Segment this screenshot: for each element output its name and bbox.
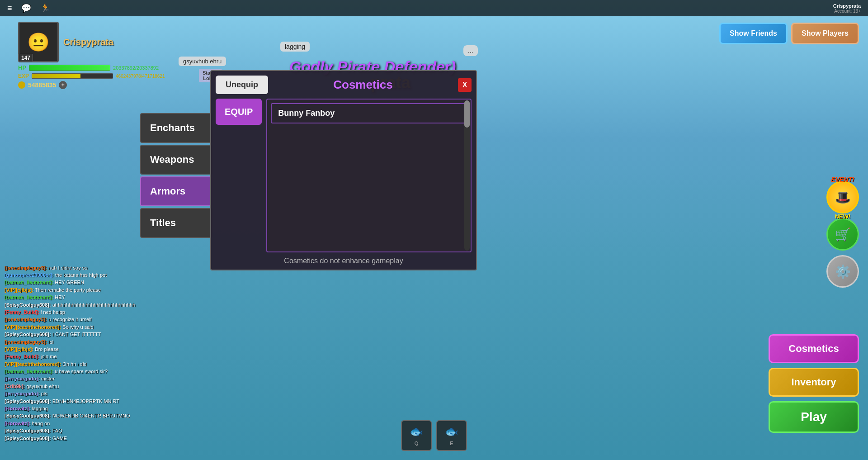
chat-line: [jerrysargado]: mister — [5, 375, 176, 382]
chat-line: [VIP][teachthehonored]: Oh hh i did — [5, 361, 176, 368]
hp-fill — [29, 65, 110, 71]
avatar-box: 😐 147 — [18, 22, 59, 62]
world-chat-bubble-lagging: lagging — [280, 42, 310, 52]
top-bar-account: Account: 13+ — [834, 9, 861, 14]
cart-icon: 🛒 — [835, 227, 851, 242]
panel-header: Unequip Cosmetics X — [216, 76, 472, 94]
chat-line: [jonesimpleguy3]: u recognize it urself — [5, 316, 176, 323]
event-button[interactable]: EVENT! 🎩 — [826, 181, 859, 213]
chat-line: [gunoopree20000cr]: the katana has high … — [5, 272, 176, 279]
chat-line: [batman_lieutenant]: u have spare sword … — [5, 368, 176, 375]
gold-amount: 54885835 — [28, 81, 56, 89]
exp-label: EXP — [18, 73, 29, 79]
exp-fill — [32, 74, 80, 78]
chat-line: [SpisyCoolguy608]: GAME — [5, 435, 176, 442]
quick-slot-e[interactable]: 🐟 E — [436, 420, 467, 451]
quick-slot-q[interactable]: 🐟 Q — [401, 420, 432, 451]
new-label: NEW! — [835, 213, 851, 220]
chat-line: [jonesimpleguy3]: nah I didnt say so — [5, 265, 176, 271]
chat-line: [Fenny_Build]: i ned helpp — [5, 309, 176, 316]
show-friends-button[interactable]: Show Friends — [719, 23, 788, 44]
quick-slot-e-icon: 🐟 — [445, 425, 458, 438]
cosmetics-main-button[interactable]: Cosmetics — [769, 334, 859, 363]
exp-bar — [32, 73, 113, 79]
chat-line: [VIP][cjibjs]: Bro please — [5, 346, 176, 353]
avatar-row: 😐 147 Crispyprata — [18, 22, 165, 62]
hp-text: 20337892/20337892 — [113, 65, 159, 71]
event-icon: 🎩 — [835, 190, 851, 205]
chat-line: [SpisyCoolguy608]: FAQ — [5, 427, 176, 434]
chat-line: [SpisyCoolguy608]: EDNHBN4EJOPRPTK MN RT — [5, 398, 176, 405]
add-gold-button[interactable]: + — [59, 81, 67, 89]
menu-icon[interactable]: ≡ — [7, 4, 12, 13]
hp-container: HP 20337892/20337892 — [18, 64, 165, 71]
armors-button[interactable]: Armors — [140, 176, 212, 206]
play-button[interactable]: Play — [769, 401, 859, 433]
panel-footer: Cosmetics do not enhance gameplay — [216, 257, 472, 265]
item-list[interactable]: Bunny Fanboy — [266, 99, 472, 252]
settings-button[interactable]: ⚙️ — [826, 255, 859, 288]
show-players-button[interactable]: Show Players — [791, 23, 859, 44]
scrollbar[interactable] — [464, 100, 470, 251]
left-menu: Enchants Weapons Armors Titles — [140, 113, 212, 240]
cart-button[interactable]: NEW! 🛒 — [826, 218, 859, 251]
chat-box: [jonesimpleguy3]: nah I didnt say so[gun… — [5, 265, 176, 442]
close-panel-button[interactable]: X — [458, 78, 472, 92]
right-btn-row: Show Friends Show Players — [719, 23, 859, 44]
event-label: EVENT! — [831, 176, 854, 183]
hp-bar — [29, 65, 110, 71]
chat-line: [SpisyCoolguy608]: I CANT GET ITTTTTT — [5, 331, 176, 338]
weapons-button[interactable]: Weapons — [140, 145, 212, 175]
inventory-button[interactable]: Inventory — [769, 368, 859, 397]
chat-line: [batman_lieutenant]: HEY — [5, 294, 176, 301]
chat-line: [jerrysargado]: pls — [5, 390, 176, 397]
scrollbar-thumb — [464, 100, 470, 128]
chat-line: [Fenny_Build]: join me — [5, 353, 176, 360]
panel-content: EQUIP Bunny Fanboy — [216, 99, 472, 252]
panel-title: Cosmetics — [268, 78, 458, 92]
player-name: Crispyprata — [63, 37, 113, 47]
quick-slot-q-icon: 🐟 — [410, 425, 423, 438]
exp-container: EXP 4602437978/471718621 — [18, 73, 165, 79]
right-icons: EVENT! 🎩 NEW! 🛒 ⚙️ — [826, 181, 859, 288]
character-icon[interactable]: 🏃 — [40, 3, 50, 13]
chat-icon[interactable]: 💬 — [21, 3, 31, 13]
bottom-right-buttons: Cosmetics Inventory Play — [769, 334, 859, 433]
exp-text: 4602437978/471718621 — [116, 74, 165, 79]
equip-button[interactable]: EQUIP — [216, 99, 262, 125]
gear-icon: ⚙️ — [835, 264, 851, 279]
chat-line: [SpisyCoolguy608]: ahhhhhhhhhhhhhhhhhhhh… — [5, 302, 176, 308]
quick-slot-e-key: E — [450, 441, 453, 446]
gold-row: 54885835 + — [18, 81, 165, 89]
world-chat-bubble-1: gsyuvhub ehru — [179, 57, 226, 66]
chat-line: [Horowitz]: lagging — [5, 405, 176, 412]
item-row: Bunny Fanboy — [271, 103, 467, 123]
panel-left: EQUIP — [216, 99, 262, 252]
top-bar-left: ≡ 💬 🏃 — [7, 3, 50, 13]
gold-icon — [18, 81, 25, 89]
chat-line: [jonesimpleguy3]: lol — [5, 339, 176, 346]
avatar-level: 147 — [19, 54, 33, 62]
top-bar-user-info: Crispyprata Account: 13+ — [833, 3, 861, 14]
chat-line: [VIP][cjibjs]: Then remake the party ple… — [5, 287, 176, 294]
player-hud: 😐 147 Crispyprata HP 20337892/20337892 E… — [18, 22, 165, 89]
chat-line: [VIP][teachthehonored]: So why u said — [5, 324, 176, 331]
avatar-emoji: 😐 — [27, 32, 50, 53]
chat-line: [Horowitz]: hang on — [5, 420, 176, 427]
chat-line: [SpisyCoolguy608]: NGWENHB OI4ENTR BPRJT… — [5, 413, 176, 419]
top-bar: ≡ 💬 🏃 Crispyprata Account: 13+ — [0, 0, 868, 16]
item-entry-bunny-fanboy[interactable]: Bunny Fanboy — [271, 103, 467, 123]
quick-slot-q-key: Q — [415, 441, 419, 446]
hp-label: HP — [18, 64, 26, 71]
top-bar-username: Crispyprata — [833, 3, 861, 9]
right-menu: Show Friends Show Players — [719, 23, 859, 44]
quick-slots: 🐟 Q 🐟 E — [401, 420, 467, 451]
chat-line: [batman_lieutenant]: HEY GREEN — [5, 279, 176, 286]
enchants-button[interactable]: Enchants — [140, 113, 212, 143]
titles-button[interactable]: Titles — [140, 208, 212, 238]
ellipsis-bubble: ... — [463, 45, 478, 56]
cosmetics-panel: Unequip Cosmetics X EQUIP Bunny Fanboy C… — [210, 70, 477, 270]
chat-line: [Crib9k]: gsyuvhub ehru — [5, 383, 176, 390]
unequip-button[interactable]: Unequip — [216, 76, 268, 94]
